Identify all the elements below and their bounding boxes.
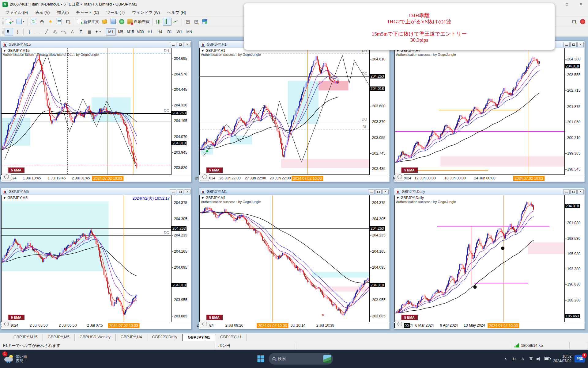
- trendline-tool-button[interactable]: ╱: [42, 28, 51, 36]
- vertical-line-tool-button[interactable]: |: [25, 28, 34, 36]
- chart-tab-gbpjpy-m15[interactable]: GBPJPY,M15: [9, 334, 43, 341]
- chart-window-titlebar[interactable]: GBPJPY,M5 ✕: [1, 188, 191, 195]
- chart-window-titlebar[interactable]: GBPJPY,M1 ✕: [199, 188, 389, 195]
- price-scale[interactable]: 204.375204.305204.263204.235204.165204.0…: [370, 195, 389, 322]
- crosshair-mode-button[interactable]: [38, 18, 47, 26]
- chart-canvas-m5[interactable]: [1, 195, 172, 322]
- line-chart-button[interactable]: [172, 18, 180, 26]
- cursor-tool-button[interactable]: [5, 28, 13, 36]
- menu-item[interactable]: ファイル (F): [2, 9, 32, 16]
- chart-tab-gbpjpy-m5[interactable]: GBPJPY,M5: [43, 334, 75, 341]
- indicator-toggle-button[interactable]: [2, 173, 11, 181]
- text-tool-button[interactable]: A: [68, 28, 77, 36]
- chart-minimize-button[interactable]: [170, 42, 176, 47]
- price-scale[interactable]: 204.695204.570204.445204.320204.263204.1…: [172, 48, 191, 175]
- profiles-button[interactable]: ▼: [15, 18, 26, 26]
- time-axis[interactable]: .01 0:00246 Mar 20249 Apr 202413 May 202…: [394, 322, 584, 329]
- arrows-tool-button[interactable]: ✦▼: [94, 28, 103, 36]
- price-scale[interactable]: 204.018201.080198.530195.980193.380190.8…: [565, 195, 584, 322]
- wifi-icon[interactable]: [529, 357, 533, 361]
- timeframe-button-h1[interactable]: H1: [145, 28, 155, 36]
- market-watch-button[interactable]: [55, 18, 64, 26]
- menu-item[interactable]: ヘルプ (H): [164, 9, 190, 16]
- chart-minimize-button[interactable]: [563, 42, 570, 47]
- chart-close-button[interactable]: ✕: [184, 42, 190, 47]
- chart-close-button[interactable]: ✕: [577, 42, 584, 47]
- new-order-button[interactable]: 新規注文: [76, 18, 100, 26]
- chart-tab-gbpusd-weekly[interactable]: GBPUSD,Weekly: [75, 334, 116, 341]
- timeframe-button-d1[interactable]: D1: [165, 28, 175, 36]
- timeframe-button-h4[interactable]: H4: [155, 28, 165, 36]
- time-axis[interactable]: 2 Jul 20242 Jul 03:502 Jul 05:502 Jul 07…: [1, 322, 191, 329]
- chart-canvas-h1[interactable]: [199, 48, 370, 175]
- chart-tab-gbpjpy-m1[interactable]: GBPJPY,M1: [183, 334, 215, 341]
- favorites-button[interactable]: [47, 18, 55, 26]
- channel-tool-button[interactable]: ⫻E: [51, 28, 59, 36]
- chart-canvas-m15[interactable]: [1, 48, 172, 175]
- chart-tab-gbpjpy-daily[interactable]: GBPJPY,Daily: [147, 334, 183, 341]
- toolbar-grip-2[interactable]: [2, 29, 4, 35]
- menu-item[interactable]: ツール (T): [103, 9, 128, 16]
- chart-maximize-button[interactable]: [570, 42, 577, 47]
- chart-maximize-button[interactable]: [177, 189, 183, 194]
- indicator-toggle-button[interactable]: [200, 173, 209, 181]
- close-button[interactable]: ✕: [574, 0, 588, 9]
- chart-shift-button[interactable]: [29, 18, 38, 26]
- chart-canvas-m1[interactable]: ✕: [199, 195, 370, 322]
- battery-icon[interactable]: [544, 357, 550, 360]
- price-scale[interactable]: 204.610204.263204.018203.680203.370203.0…: [370, 48, 389, 175]
- chart-close-button[interactable]: ✕: [577, 189, 584, 194]
- indicator-toggle-button[interactable]: [2, 320, 11, 328]
- time-axis[interactable]: 6 Jun 202412 Jun 00:0018 Jun 00:0024 Jun…: [394, 175, 584, 182]
- chart-canvas-h4[interactable]: [394, 48, 565, 175]
- chart-maximize-button[interactable]: [375, 189, 382, 194]
- search-button[interactable]: [570, 18, 578, 26]
- zoom-out-button[interactable]: [192, 18, 201, 26]
- data-window-button[interactable]: [64, 18, 72, 26]
- bar-chart-button[interactable]: [154, 18, 163, 26]
- candlestick-chart-button[interactable]: [163, 18, 172, 26]
- time-axis[interactable]: 2 Jul 20242 Jul 09:262024.07.02 10:03Jul…: [199, 322, 389, 329]
- indicator-toggle-button[interactable]: [395, 173, 404, 181]
- fibonacci-tool-button[interactable]: ⋯F: [59, 28, 68, 36]
- text-label-tool-button[interactable]: T: [77, 28, 85, 36]
- taskbar-search[interactable]: 検索: [269, 353, 333, 365]
- crosshair-tool-button[interactable]: -¦-: [13, 28, 22, 36]
- timeframe-button-m5[interactable]: M5: [116, 28, 126, 36]
- chart-window-titlebar[interactable]: GBPJPY,M15 ✕: [1, 41, 191, 48]
- price-scale[interactable]: 204.380204.018203.555202.715201.875201.0…: [565, 48, 584, 175]
- tray-ime-a-icon[interactable]: A: [520, 357, 526, 361]
- news-button[interactable]: [578, 18, 587, 26]
- chart-tab-gbpjpy-h1[interactable]: GBPJPY,H1: [215, 334, 247, 341]
- chart-minimize-button[interactable]: [368, 189, 375, 194]
- chart-minimize-button[interactable]: [563, 189, 570, 194]
- taskbar-clock[interactable]: 16:52 2024/07/02: [553, 354, 571, 363]
- shapes-tool-button[interactable]: ▆: [85, 28, 94, 36]
- chart-maximize-button[interactable]: [570, 189, 577, 194]
- price-scale[interactable]: 204.375204.305204.263204.235204.165204.0…: [172, 195, 191, 322]
- tile-windows-button[interactable]: [201, 18, 209, 26]
- new-chart-button[interactable]: ▼: [5, 18, 15, 26]
- chart-tab-gbpjpy-h4[interactable]: GBPJPY,H4: [116, 334, 147, 341]
- menu-item[interactable]: 表示 (V): [32, 9, 53, 16]
- timeframe-button-mn[interactable]: MN: [184, 28, 194, 36]
- metaeditor-button[interactable]: [100, 18, 109, 26]
- chart-canvas-daily[interactable]: [394, 195, 565, 322]
- indicator-toggle-button[interactable]: [395, 320, 404, 328]
- zoom-in-button[interactable]: [183, 18, 192, 26]
- tray-chevron-up-icon[interactable]: ∧: [503, 357, 508, 361]
- chart-window-titlebar[interactable]: GBPJPY,Daily ✕: [394, 188, 584, 195]
- indicator-toggle-button[interactable]: [200, 320, 209, 328]
- chart-minimize-button[interactable]: [170, 189, 176, 194]
- maximize-button[interactable]: □: [560, 0, 574, 9]
- start-button[interactable]: [255, 353, 267, 365]
- strategy-tester-button[interactable]: [118, 18, 126, 26]
- autotrading-button[interactable]: 自動売買: [126, 18, 151, 26]
- weather-widget[interactable]: 1 弱い雨 夜間: [0, 350, 31, 368]
- horizontal-line-tool-button[interactable]: —: [34, 28, 42, 36]
- time-axis[interactable]: 25 Jun 202426 Jun 22:0027 Jun 22:0028 Ju…: [199, 175, 389, 182]
- chart-maximize-button[interactable]: [177, 42, 183, 47]
- corner-app-badge[interactable]: 1PRE: [575, 355, 585, 362]
- menu-item[interactable]: ウィンドウ (W): [128, 9, 164, 16]
- timeframe-button-m1[interactable]: M1: [106, 28, 116, 36]
